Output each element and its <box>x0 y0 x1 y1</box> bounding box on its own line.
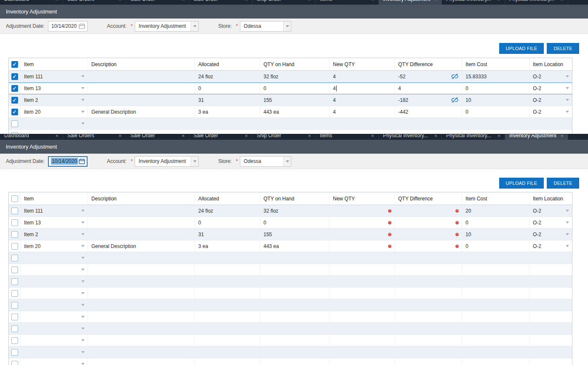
empty-row[interactable] <box>9 252 572 264</box>
chevron-down-icon[interactable] <box>566 245 569 247</box>
row-checkbox[interactable]: ✓ <box>11 109 18 115</box>
chevron-down-icon[interactable] <box>283 157 291 166</box>
row-checkbox[interactable] <box>11 278 18 285</box>
new-qty-cell[interactable]: 4 <box>330 71 395 82</box>
chevron-down-icon[interactable] <box>81 123 85 125</box>
new-qty-cell[interactable]: 4 <box>330 94 395 106</box>
chevron-down-icon[interactable] <box>81 269 85 271</box>
tab-close-icon[interactable]: × <box>181 0 185 3</box>
empty-row[interactable] <box>9 346 572 358</box>
calendar-icon[interactable] <box>79 158 85 164</box>
table-row[interactable]: ✓Item 1300440O-2 <box>9 83 572 94</box>
tab-sale-orders[interactable]: Sale Orders× <box>63 134 126 140</box>
item-cell[interactable]: Item 2 <box>21 94 88 106</box>
chevron-down-icon[interactable] <box>81 87 85 89</box>
item-cost-cell[interactable]: 0 <box>462 240 529 252</box>
adjustment-date-input[interactable]: 10/14/2020 <box>48 21 88 32</box>
table-row[interactable]: ✓Item 2311554-18210O-2 <box>9 94 572 106</box>
chevron-down-icon[interactable] <box>81 221 85 224</box>
row-checkbox[interactable] <box>11 349 18 356</box>
item-cell[interactable] <box>21 288 88 299</box>
table-row[interactable]: item 20General Description3 ea443 ea0O-2 <box>9 240 572 252</box>
row-checkbox[interactable] <box>11 302 18 309</box>
chevron-down-icon[interactable] <box>81 316 85 318</box>
chevron-down-icon[interactable] <box>81 257 85 259</box>
tab-close-icon[interactable]: × <box>245 134 248 139</box>
table-row[interactable]: Item 11124 floz32 floz20O-2 <box>9 205 572 217</box>
empty-row[interactable] <box>9 264 572 276</box>
delete-button[interactable]: DELETE <box>547 43 579 54</box>
calendar-icon[interactable] <box>79 23 85 29</box>
item-cell[interactable] <box>21 264 88 275</box>
item-cell[interactable] <box>21 335 88 346</box>
item-location-cell[interactable]: O-2 <box>529 71 572 82</box>
tab-close-icon[interactable]: × <box>55 134 59 139</box>
new-qty-cell[interactable] <box>330 229 395 240</box>
item-cell[interactable]: Item 13 <box>21 83 88 94</box>
table-row[interactable]: Item 13000O-2 <box>9 217 572 229</box>
tab-ship-order[interactable]: Ship Order× <box>253 134 316 140</box>
chevron-down-icon[interactable] <box>191 157 198 166</box>
item-cost-cell[interactable]: 20 <box>462 205 529 216</box>
row-checkbox[interactable] <box>11 314 18 320</box>
store-select[interactable]: Odessa <box>240 21 291 32</box>
upload-file-button[interactable]: UPLOAD FILE <box>499 43 544 54</box>
tab-close-icon[interactable]: × <box>55 0 59 3</box>
chevron-down-icon[interactable] <box>566 99 569 101</box>
tab-inventory-adjustment[interactable]: Inventory Adjustment× <box>379 0 442 5</box>
tab-sale-order[interactable]: Sale Order× <box>126 0 189 5</box>
empty-row[interactable] <box>9 130 572 134</box>
chevron-down-icon[interactable] <box>81 351 85 353</box>
item-cost-cell[interactable]: 10 <box>462 94 529 106</box>
tab-close-icon[interactable]: × <box>371 134 374 139</box>
chevron-down-icon[interactable] <box>566 111 569 113</box>
item-cost-cell[interactable]: 15.83333 <box>462 71 529 82</box>
item-cost-cell[interactable]: 0 <box>462 106 529 117</box>
tab-dashboard[interactable]: Dashboard× <box>0 134 63 140</box>
chevron-down-icon[interactable] <box>81 99 85 101</box>
select-all-checkbox[interactable] <box>11 195 18 202</box>
row-checkbox[interactable] <box>11 266 18 273</box>
tab-sale-order[interactable]: Sale Order× <box>189 0 253 5</box>
adjustment-date-input[interactable]: 10/14/2020 <box>48 156 88 167</box>
empty-row[interactable] <box>9 358 572 365</box>
item-cell[interactable] <box>21 311 88 322</box>
tab-sale-orders[interactable]: Sale Orders× <box>63 0 126 5</box>
row-checkbox[interactable] <box>11 255 18 261</box>
row-checkbox[interactable] <box>11 325 18 332</box>
tab-close-icon[interactable]: × <box>434 0 437 3</box>
item-cell[interactable] <box>21 323 88 334</box>
new-qty-cell[interactable]: 4 <box>330 106 395 117</box>
item-location-cell[interactable]: O-2 <box>529 83 572 94</box>
chevron-down-icon[interactable] <box>283 21 291 31</box>
description-cell[interactable] <box>88 205 195 216</box>
empty-row[interactable] <box>9 323 572 335</box>
tab-dashboard[interactable]: Dashboard× <box>0 0 63 5</box>
chevron-down-icon[interactable] <box>81 75 85 77</box>
chevron-down-icon[interactable] <box>191 21 198 31</box>
chevron-down-icon[interactable] <box>566 221 569 224</box>
new-qty-cell[interactable]: 4 <box>330 83 395 94</box>
item-location-cell[interactable]: O-2 <box>529 205 572 216</box>
tab-close-icon[interactable]: × <box>118 134 122 139</box>
chevron-down-icon[interactable] <box>566 75 569 77</box>
row-checkbox[interactable] <box>11 120 18 127</box>
empty-row[interactable] <box>9 118 572 130</box>
item-cell[interactable] <box>21 130 88 134</box>
chevron-down-icon[interactable] <box>566 87 569 89</box>
item-cost-cell[interactable]: 0 <box>462 217 529 228</box>
row-checkbox[interactable] <box>11 243 18 250</box>
tab-close-icon[interactable]: × <box>560 134 564 139</box>
item-location-cell[interactable]: O-2 <box>529 229 572 240</box>
tab-physical-inventory[interactable]: Physical Inventory...× <box>442 0 505 5</box>
item-cell[interactable]: Item 111 <box>21 71 88 82</box>
table-row[interactable]: ✓item 20General Description3 ea443 ea4-4… <box>9 106 572 118</box>
item-location-cell[interactable]: O-2 <box>529 106 572 117</box>
table-row[interactable]: Item 23115510O-2 <box>9 229 572 240</box>
account-select[interactable]: Inventory Adjustment <box>135 21 199 32</box>
delete-button[interactable]: DELETE <box>547 178 579 189</box>
item-cell[interactable]: item 20 <box>21 106 88 117</box>
row-checkbox[interactable]: ✓ <box>11 85 18 92</box>
item-location-cell[interactable]: O-2 <box>529 94 572 106</box>
description-cell[interactable] <box>88 71 195 82</box>
